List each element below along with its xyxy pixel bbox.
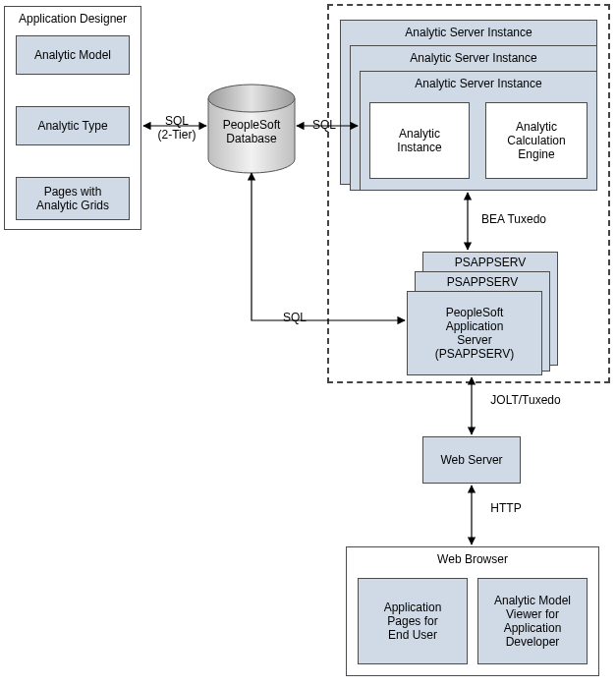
arrows xyxy=(0,0,616,687)
architecture-diagram: Application Designer Analytic Model Anal… xyxy=(0,0,616,687)
